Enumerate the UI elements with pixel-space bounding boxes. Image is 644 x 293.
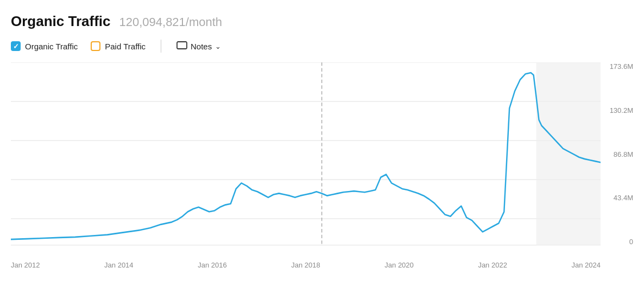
y-label-3: 86.8M [614,150,633,158]
paid-checkbox[interactable] [91,41,100,51]
notes-icon [176,41,187,51]
notes-button[interactable]: Notes ⌄ [176,41,221,51]
legend-divider [161,40,161,53]
paid-traffic-legend[interactable]: Paid Traffic [91,41,146,51]
chart-legend: Organic Traffic Paid Traffic Notes ⌄ [11,40,633,53]
chart-container [11,62,601,258]
x-label-1: Jan 2014 [104,261,134,269]
y-label-1: 0 [629,238,633,246]
traffic-value: 120,094,821/month [119,15,223,29]
organic-label: Organic Traffic [25,42,78,51]
chart-svg [11,62,601,258]
page-title: Organic Traffic [11,13,111,30]
x-label-2: Jan 2016 [198,261,227,269]
organic-traffic-legend[interactable]: Organic Traffic [11,41,78,51]
x-label-3: Jan 2018 [291,261,320,269]
y-label-2: 43.4M [614,194,633,202]
y-label-4: 130.2M [610,106,633,114]
organic-checkbox[interactable] [11,41,21,51]
y-axis: 173.6M 130.2M 86.8M 43.4M 0 [601,62,633,258]
paid-label: Paid Traffic [105,42,146,51]
notes-chevron: ⌄ [215,42,221,50]
x-label-0: Jan 2012 [11,261,40,269]
x-label-5: Jan 2022 [478,261,507,269]
notes-label: Notes [191,42,212,51]
svg-rect-0 [177,42,187,49]
chart-area: 173.6M 130.2M 86.8M 43.4M 0 [11,62,633,258]
svg-rect-8 [536,62,601,245]
x-label-4: Jan 2020 [384,261,414,269]
x-label-6: Jan 2024 [571,261,601,269]
x-axis: Jan 2012 Jan 2014 Jan 2016 Jan 2018 Jan … [11,261,633,269]
y-label-5: 173.6M [610,62,633,71]
